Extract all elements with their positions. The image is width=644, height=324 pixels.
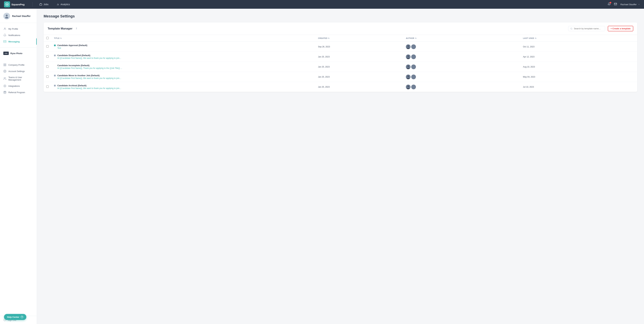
circle-icon (3, 84, 6, 87)
row-checkbox[interactable] (46, 65, 49, 68)
select-all-checkbox[interactable] (46, 37, 49, 39)
create-template-button[interactable]: + Create a template (608, 26, 633, 31)
row-created-cell: Jan 25, 2023 (315, 82, 403, 92)
sidebar-item-referral[interactable]: Referral Program (0, 89, 37, 95)
search-input[interactable] (574, 27, 603, 30)
template-preview: Test (57, 47, 88, 49)
template-manager-card: Template Manager 7 + Create a template (44, 22, 637, 92)
th-title[interactable]: TITLE ⇅ (51, 35, 315, 42)
template-card-header: Template Manager 7 + Create a template (44, 22, 637, 35)
template-indicator (54, 75, 56, 76)
row-checkbox-cell (44, 42, 51, 52)
main-layout: Rachael Stauffer My Profile Notification… (0, 9, 644, 324)
author-avatar (406, 44, 410, 49)
template-count: 7 (76, 27, 77, 30)
sort-created-icon: ⇅ (328, 37, 330, 39)
mail-icon (3, 40, 6, 43)
template-name: Candidate Disqualified (Default) (57, 54, 121, 57)
row-last-used-cell: Oct 11, 2023 (520, 42, 637, 52)
template-search[interactable] (568, 26, 605, 31)
svg-point-17 (4, 86, 5, 86)
table-row: Candidate Move to Another Job (Default) … (44, 72, 637, 82)
top-nav: SquarePeg Jobs Analytics Rachael Stauffe… (0, 0, 644, 9)
sidebar-item-my-profile[interactable]: My Profile (0, 26, 37, 32)
topnav-right: Rachael Stauffer (608, 2, 640, 6)
template-preview: Hi {{Candidate First Name}}, We want to … (57, 57, 121, 59)
row-last-used-cell: Aug 10, 2023 (520, 62, 637, 72)
notifications-btn[interactable] (608, 2, 611, 6)
template-indicator (54, 85, 56, 86)
th-created[interactable]: CREATED ⇅ (315, 35, 403, 42)
svg-rect-12 (4, 65, 4, 66)
author-avatars (406, 85, 518, 89)
author-avatar-2 (411, 85, 416, 89)
row-checkbox[interactable] (46, 85, 49, 88)
help-center-button[interactable]: Help Center (4, 314, 26, 320)
sidebar-item-teams[interactable]: Teams & User Management (0, 74, 37, 83)
row-checkbox[interactable] (46, 55, 49, 58)
row-checkbox[interactable] (46, 75, 49, 78)
th-checkbox (44, 35, 51, 42)
logo-text: SquarePeg (12, 3, 24, 6)
svg-point-26 (412, 47, 415, 49)
row-author-cell (403, 52, 520, 62)
sidebar-user: Rachael Stauffer (0, 9, 37, 23)
user-menu[interactable]: Rachael Stauffer (620, 3, 640, 6)
row-title-cell: Candidate Move to Another Job (Default) … (51, 72, 315, 82)
row-checkbox-cell (44, 52, 51, 62)
table-row: Candidate Disqualified (Default) Hi {{Ca… (44, 52, 637, 62)
th-author[interactable]: AUTHOR ⇅ (403, 35, 520, 42)
sidebar-item-notifications[interactable]: Notifications (0, 32, 37, 38)
svg-rect-13 (5, 65, 6, 66)
row-author-cell (403, 82, 520, 92)
row-checkbox-cell (44, 82, 51, 92)
row-created-cell: Sep 26, 2023 (315, 42, 403, 52)
svg-point-31 (407, 65, 409, 67)
row-last-used-cell: Jul 10, 2023 (520, 82, 637, 92)
template-name: Candidate Archival (Default) (57, 84, 121, 87)
svg-point-27 (407, 55, 409, 57)
row-author-cell (403, 72, 520, 82)
svg-point-30 (412, 58, 415, 59)
row-author-cell (403, 62, 520, 72)
sidebar-personal-nav: My Profile Notifications Messaging (0, 23, 37, 47)
template-preview: Hi {{Candidate First Name}}, We want to … (57, 77, 121, 79)
sidebar-company-section: RYSE Ryse Photo (0, 47, 37, 59)
row-author-cell (403, 42, 520, 52)
created-date: Jan 25, 2023 (318, 66, 330, 68)
briefcase-icon (40, 3, 42, 6)
template-table: TITLE ⇅ CREATED ⇅ (44, 35, 637, 92)
users-icon (3, 77, 6, 80)
sidebar-item-messaging[interactable]: Messaging (0, 38, 37, 45)
created-date: Jan 25, 2023 (318, 76, 330, 78)
company-logo-box: RYSE (3, 52, 9, 55)
nav-jobs[interactable]: Jobs (38, 2, 50, 7)
grid-icon (3, 63, 6, 66)
author-avatar (406, 85, 410, 89)
created-date: Jan 25, 2023 (318, 86, 330, 88)
template-name: Candidate Incomplete (Default) (57, 64, 122, 67)
nav-analytics[interactable]: Analytics (55, 2, 71, 7)
sidebar-item-account-settings[interactable]: Account Settings (0, 68, 37, 74)
created-date: Jan 25, 2023 (318, 56, 330, 58)
sidebar: Rachael Stauffer My Profile Notification… (0, 9, 37, 324)
svg-point-41 (413, 85, 414, 87)
row-checkbox[interactable] (46, 45, 49, 47)
sidebar-item-company-profile[interactable]: Company Profile (0, 62, 37, 68)
avatar (3, 13, 10, 19)
svg-point-24 (407, 47, 410, 49)
messages-btn[interactable] (614, 2, 617, 6)
svg-point-8 (5, 17, 8, 18)
row-created-cell: Jan 25, 2023 (315, 72, 403, 82)
svg-point-32 (407, 68, 410, 69)
last-used-date: Oct 11, 2023 (523, 45, 534, 48)
svg-rect-10 (4, 64, 4, 64)
th-last-used[interactable]: LAST USED ⇅ (520, 35, 637, 42)
svg-point-34 (412, 68, 415, 69)
logo[interactable]: SquarePeg (4, 1, 24, 7)
gift-icon (3, 91, 6, 94)
sidebar-username: Rachael Stauffer (12, 15, 30, 17)
sidebar-item-integrations[interactable]: Integrations (0, 83, 37, 89)
row-last-used-cell: Apr 12, 2023 (520, 52, 637, 62)
template-manager-title: Template Manager (48, 27, 72, 30)
